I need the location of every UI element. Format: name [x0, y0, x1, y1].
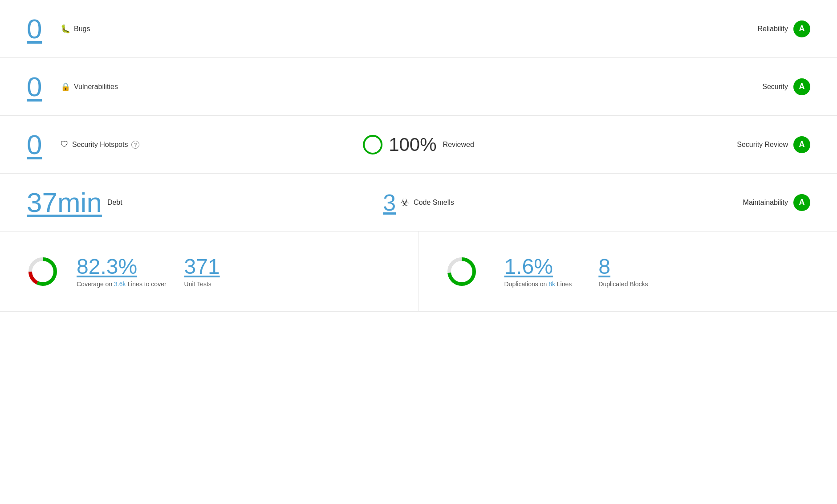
lock-icon: 🔒	[61, 82, 70, 92]
debt-label: Debt	[107, 199, 122, 207]
unit-tests-info: 371 Unit Tests	[184, 255, 220, 288]
vulnerabilities-grade: A	[793, 78, 810, 95]
debt-value[interactable]: 37min	[27, 189, 102, 216]
duplication-donut-chart	[446, 256, 478, 288]
bug-icon: 🐛	[61, 24, 70, 34]
reviewed-label: Reviewed	[443, 141, 474, 149]
bugs-grade: A	[793, 20, 810, 37]
maintainability-section-label: Maintainability	[743, 199, 788, 207]
bugs-section-label: Reliability	[758, 25, 788, 33]
bugs-count[interactable]: 0	[27, 15, 53, 43]
coverage-info: 82.3% Coverage on 3.6k Lines to cover	[77, 255, 167, 288]
vulnerabilities-label: Vulnerabilities	[74, 83, 118, 91]
hotspots-label: Security Hotspots	[72, 141, 128, 149]
smells-label: Code Smells	[414, 199, 454, 207]
dup-lines-count[interactable]: 8k	[549, 280, 555, 288]
reviewed-circle-icon	[363, 135, 382, 154]
maintainability-row: 37min Debt 3 ☣ Code Smells Maintainabili…	[0, 174, 837, 232]
hotspots-grade: A	[793, 136, 810, 153]
help-icon[interactable]: ?	[131, 141, 139, 149]
bugs-label: Bugs	[74, 25, 90, 33]
hotspots-label-group: 🛡 Security Hotspots ?	[61, 140, 139, 149]
bottom-row: 82.3% Coverage on 3.6k Lines to cover 37…	[0, 232, 837, 312]
hotspots-section-label: Security Review	[737, 141, 788, 149]
coverage-sub: Coverage on 3.6k Lines to cover	[77, 280, 167, 288]
vulnerabilities-row: 0 🔒 Vulnerabilities Security A	[0, 58, 837, 116]
dup-blocks-count[interactable]: 8	[598, 255, 648, 279]
vulnerabilities-section-label: Security	[762, 83, 788, 91]
unit-label: Unit Tests	[184, 280, 220, 288]
dup-pct-info: 1.6% Duplications on 8k Lines	[504, 255, 572, 288]
coverage-donut-chart	[27, 256, 59, 288]
dup-sub: Duplications on 8k Lines	[504, 280, 572, 288]
shield-icon: 🛡	[61, 140, 69, 149]
reviewed-pct: 100%	[389, 134, 436, 155]
hazard-icon: ☣	[400, 197, 409, 208]
dup-blocks-info: 8 Duplicated Blocks	[598, 255, 648, 288]
hotspots-center: 100% Reviewed	[363, 134, 474, 155]
smells-count[interactable]: 3	[383, 189, 396, 216]
code-smells-center: 3 ☣ Code Smells	[383, 189, 454, 216]
bugs-label-group: 🐛 Bugs	[61, 24, 90, 34]
dup-pct[interactable]: 1.6%	[504, 255, 572, 279]
security-hotspots-row: 0 🛡 Security Hotspots ? 100% Reviewed Se…	[0, 116, 837, 174]
coverage-section: 82.3% Coverage on 3.6k Lines to cover 37…	[0, 232, 419, 311]
maintainability-grade: A	[793, 194, 810, 211]
vulnerabilities-left: 0 🔒 Vulnerabilities	[27, 73, 762, 101]
vulnerabilities-right: Security A	[762, 78, 810, 95]
unit-count[interactable]: 371	[184, 255, 220, 279]
dup-blocks-label: Duplicated Blocks	[598, 280, 648, 288]
maintainability-right: Maintainability A	[743, 194, 810, 211]
duplications-section: 1.6% Duplications on 8k Lines 8 Duplicat…	[419, 232, 837, 311]
bugs-left: 0 🐛 Bugs	[27, 15, 758, 43]
bugs-row: 0 🐛 Bugs Reliability A	[0, 0, 837, 58]
hotspots-count[interactable]: 0	[27, 131, 53, 159]
vulnerabilities-label-group: 🔒 Vulnerabilities	[61, 82, 118, 92]
hotspots-right: Security Review A	[737, 136, 810, 153]
bugs-right: Reliability A	[758, 20, 810, 37]
coverage-lines-count[interactable]: 3.6k	[114, 280, 126, 288]
vulnerabilities-count[interactable]: 0	[27, 73, 53, 101]
coverage-pct[interactable]: 82.3%	[77, 255, 167, 279]
